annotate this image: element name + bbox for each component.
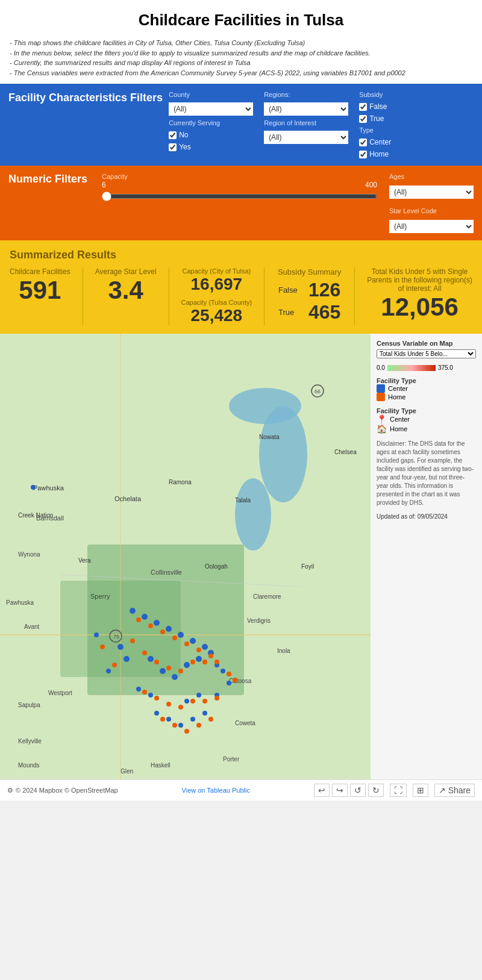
center-pin-icon: 📍 [377,414,387,424]
subsidy-true-checkbox[interactable]: True [359,114,443,123]
numeric-filters-section: Numeric Filters Capacity 6 400 Ages (All… [0,166,482,240]
regions-select[interactable]: (All) [264,102,348,116]
map-container: Barnsdall Wynona Bartlesville Avant Sper… [0,334,482,779]
serving-no-input[interactable] [169,131,177,139]
subsidy-false-row: False 126 [278,279,340,301]
svg-point-56 [190,717,195,722]
svg-point-80 [154,696,159,701]
serving-yes-checkbox[interactable]: Yes [169,143,253,151]
disclaimer-section: Disclaimer: The DHS data for the ages at… [377,440,476,507]
subsidy-true-input[interactable] [359,115,367,123]
redo-button[interactable]: ↪ [332,784,348,797]
subsidy-false-checkbox[interactable]: False [359,102,443,111]
fullscreen-button[interactable]: ⛶ [390,784,407,797]
currently-serving-label: Currently Serving [169,119,253,126]
svg-point-33 [166,626,172,632]
footer-nav: ↩ ↪ ↺ ↻ [314,784,384,797]
svg-point-66 [208,654,213,658]
facility-type-pin-label: Facility Type [377,407,476,414]
svg-point-77 [227,672,231,676]
type-center-checkbox[interactable]: Center [359,138,443,146]
share-button[interactable]: ↗ Share [434,784,475,797]
type-label: Type [359,126,443,134]
updated-section: Updated as of: 09/05/2024 [377,513,476,520]
county-select[interactable]: (All) [169,102,253,116]
ages-select[interactable]: (All) [389,186,474,199]
svg-point-59 [227,681,231,685]
county-filter-col: County (All) Currently Serving No Yes [169,91,253,158]
svg-text:Glen: Glen [120,768,133,775]
svg-text:Inola: Inola [277,648,290,654]
subsidy-false-label: False [369,102,387,111]
center-pin-label: Center [390,416,410,423]
svg-point-81 [166,702,171,707]
census-variable-section: Census Variable on Map Total Kids Under … [377,340,476,358]
map-area[interactable]: Barnsdall Wynona Bartlesville Avant Sper… [0,334,371,779]
undo-button[interactable]: ↩ [314,784,330,797]
summarized-section: Summarized Results Childcare Facilities … [0,240,482,334]
facility-type-pin-section: Facility Type 📍 Center 🏠 Home [377,407,476,434]
star-level-select[interactable]: (All) [389,220,474,233]
ages-label: Ages [389,173,474,180]
svg-point-55 [178,723,183,728]
home-fill-legend: Home [377,393,476,401]
capacity-label: Capacity [102,173,377,180]
svg-point-82 [178,705,183,710]
svg-text:Ochelata: Ochelata [114,495,142,502]
svg-point-74 [214,660,219,664]
svg-point-49 [136,687,141,691]
disclaimer-text: Disclaimer: The DHS data for the ages at… [377,440,476,507]
gradient-bar [387,365,436,371]
svg-text:Creek Nation: Creek Nation [18,512,53,519]
region-interest-select[interactable]: (All) [264,131,348,144]
center-fill-legend: Center [377,384,476,393]
embed-button[interactable]: ⊞ [413,784,428,797]
regions-filter-col: Regions: (All) Region of Interest (All) [264,91,348,158]
svg-point-88 [184,729,189,734]
svg-text:Kellyville: Kellyville [18,738,42,744]
desc-line-2: - In the menus below, select the filters… [10,48,472,58]
svg-point-87 [172,723,177,728]
star-level-label: Star Level Code [389,207,474,214]
serving-yes-input[interactable] [169,143,177,151]
svg-point-65 [196,648,201,652]
type-center-label: Center [369,138,391,146]
type-home-input[interactable] [359,151,367,158]
summarized-title: Summarized Results [10,249,472,261]
svg-text:Talala: Talala [235,497,251,504]
svg-text:Collinsville: Collinsville [151,569,182,576]
serving-no-checkbox[interactable]: No [169,131,253,139]
subsidy-label: Subsidy [359,91,443,98]
svg-text:Wynona: Wynona [18,551,40,558]
kids-block: Total Kids Under 5 with Single Parents i… [355,267,472,325]
svg-point-60 [136,617,141,622]
svg-point-3 [259,406,307,502]
subsidy-false-input[interactable] [359,103,367,111]
svg-point-37 [117,644,124,650]
svg-text:Sapulpa: Sapulpa [18,702,40,708]
svg-text:Vera: Vera [78,557,91,564]
svg-text:Porter: Porter [223,756,240,763]
svg-point-62 [160,629,165,634]
capacity-block: Capacity (City of Tulsa) 16,697 Capacity… [169,267,265,325]
capacity-max: 400 [365,181,377,189]
reset-button[interactable]: ↺ [350,784,366,797]
capacity-slider[interactable] [102,192,377,201]
county-label: County [169,91,253,98]
type-center-input[interactable] [359,139,367,146]
svg-point-78 [233,678,237,682]
svg-text:Nowata: Nowata [259,434,280,440]
svg-text:Avant: Avant [24,623,40,630]
subsidy-false-label: False [278,286,304,295]
tableau-link[interactable]: View on Tableau Public [182,787,250,794]
refresh-button[interactable]: ↻ [368,784,384,797]
svg-point-31 [142,614,148,620]
desc-line-1: - This map shows the childcare facilitie… [10,38,472,48]
serving-no-label: No [179,131,188,139]
svg-point-32 [154,620,160,626]
gradient-min: 0.0 [377,364,385,371]
census-variable-select[interactable]: Total Kids Under 5 Belo... [377,349,476,358]
svg-point-48 [221,669,225,673]
type-home-checkbox[interactable]: Home [359,150,443,158]
copyright-text: © 2024 Mapbox © OpenStreetMap [16,787,118,794]
